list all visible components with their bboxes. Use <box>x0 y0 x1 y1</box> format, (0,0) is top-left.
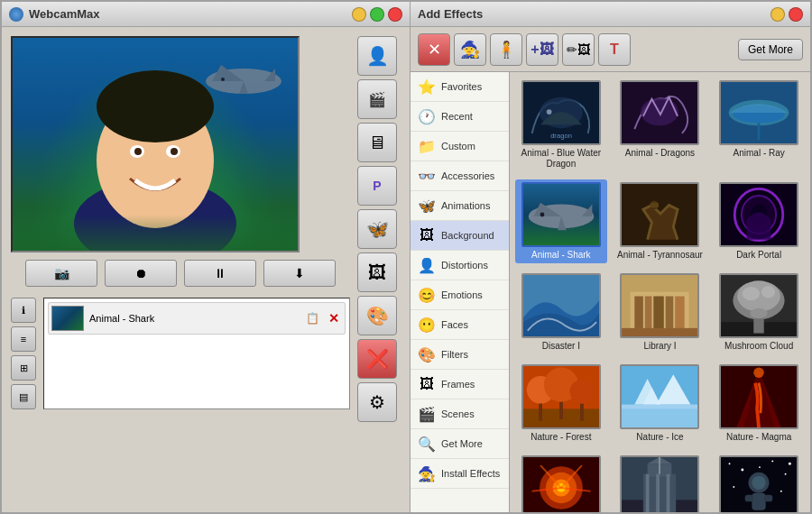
effect-ray[interactable]: Animal - Ray <box>713 78 805 172</box>
minimize-button[interactable] <box>352 7 366 22</box>
effects-minimize-button[interactable] <box>770 7 785 22</box>
record-button[interactable]: ⏺ <box>105 260 177 287</box>
effect-image-tyrannosaur <box>620 182 699 247</box>
text-tool[interactable]: T <box>598 33 631 66</box>
install-icon: 🧙 <box>418 464 436 482</box>
category-getmore[interactable]: 🔍 Get More <box>411 429 509 459</box>
effect-image-dragons <box>620 80 699 145</box>
maximize-button[interactable] <box>370 7 384 22</box>
effect-name-magma: Nature - Magma <box>726 432 791 443</box>
effect-image-dark-portal <box>719 182 798 247</box>
animations-label: Animations <box>441 200 490 211</box>
category-install[interactable]: 🧙 Install Effects <box>411 459 509 489</box>
svg-rect-66 <box>622 408 697 427</box>
getmore-label: Get More <box>441 438 483 449</box>
grid-button[interactable]: ⊞ <box>11 355 36 381</box>
film-button[interactable]: ▤ <box>11 384 36 409</box>
user-tool-button[interactable]: 👤 <box>357 36 397 76</box>
app-icon <box>9 7 23 22</box>
emotions-icon: 😊 <box>418 286 436 304</box>
category-filters[interactable]: 🎨 Filters <box>411 340 509 370</box>
get-more-button[interactable]: Get More <box>738 39 803 60</box>
edit-tool[interactable]: ✏🖼 <box>562 33 595 66</box>
category-distortions[interactable]: 👤 Distortions <box>411 251 509 280</box>
app-container: WebcamMax <box>0 0 812 514</box>
effects-close-button[interactable] <box>789 7 803 22</box>
butterfly-tool-button[interactable]: 🦋 <box>357 209 397 249</box>
category-accessories[interactable]: 👓 Accessories <box>411 161 509 191</box>
seaweed-overlay <box>13 215 298 251</box>
person-tool[interactable]: 🧍 <box>490 33 522 66</box>
frames-icon: 🖼 <box>418 375 436 393</box>
effect-name-shark: Animal - Shark <box>531 250 591 261</box>
effect-magma[interactable]: Nature - Magma <box>713 362 805 445</box>
wizard-tool[interactable]: 🧙 <box>454 33 486 66</box>
effect-image-ray <box>719 80 798 145</box>
effect-image-explosion <box>521 455 601 512</box>
animations-icon: 🦋 <box>418 197 436 215</box>
effect-space[interactable]: Space <box>713 453 805 512</box>
category-recent[interactable]: 🕐 Recent <box>411 102 509 132</box>
effect-blue-water-dragon[interactable]: dragon Animal - Blue Water Dragon <box>515 78 607 172</box>
effect-forest[interactable]: Nature - Forest <box>515 362 607 445</box>
film-tool-button[interactable]: 🎬 <box>357 79 397 119</box>
scenes-label: Scenes <box>441 408 475 419</box>
color-tool-button[interactable]: 🎨 <box>357 296 397 335</box>
effect-name-tyrannosaur: Animal - Tyrannosaur <box>617 250 703 261</box>
effects-window-controls <box>770 7 803 22</box>
effects-content: ⭐ Favorites 🕐 Recent 📁 Custom 👓 Accessor… <box>411 72 810 512</box>
effect-tyrannosaur[interactable]: Animal - Tyrannosaur <box>614 179 706 263</box>
effects-grid-container[interactable]: dragon Animal - Blue Water Dragon <box>510 72 810 512</box>
monitor-tool-button[interactable]: 🖥 <box>357 123 397 162</box>
effect-image-space <box>719 455 798 512</box>
effect-dragons[interactable]: Animal - Dragons <box>614 78 706 172</box>
effect-explosion[interactable]: Explosion <box>515 453 607 512</box>
paint-tool-button[interactable]: P <box>357 166 397 206</box>
list-button[interactable]: ≡ <box>11 326 36 352</box>
settings-tool-button[interactable]: ⚙ <box>357 382 397 422</box>
category-emotions[interactable]: 😊 Emotions <box>411 280 509 310</box>
svg-point-8 <box>97 70 214 142</box>
effect-remove-button[interactable]: ✕ <box>326 310 342 326</box>
svg-point-52 <box>743 287 760 300</box>
category-favorites[interactable]: ⭐ Favorites <box>411 72 509 102</box>
pause-button[interactable]: ⏸ <box>184 260 256 287</box>
category-animations[interactable]: 🦋 Animations <box>411 191 509 221</box>
svg-point-58 <box>569 380 594 404</box>
category-scenes[interactable]: 🎬 Scenes <box>411 399 509 429</box>
category-background[interactable]: 🖼 Background <box>411 221 509 251</box>
favorites-label: Favorites <box>441 81 482 92</box>
left-main-content: 📷 ⏺ ⏸ ⬇ ℹ ≡ ⊞ ▤ Animal - Sh <box>2 27 410 512</box>
svg-text:dragon: dragon <box>550 132 572 140</box>
effect-monument[interactable]: Monument <box>614 453 706 512</box>
camera-button[interactable]: 📷 <box>25 260 97 287</box>
effect-shark[interactable]: Animal - Shark <box>515 179 607 263</box>
info-button[interactable]: ℹ <box>11 298 36 323</box>
faces-label: Faces <box>441 319 468 330</box>
effect-dark-portal[interactable]: Dark Portal <box>713 179 805 263</box>
effect-copy-button[interactable]: 📋 <box>304 310 320 326</box>
effect-ice[interactable]: Nature - Ice <box>614 362 706 445</box>
effect-disaster[interactable]: Disaster I <box>515 271 607 354</box>
effect-name-dark-portal: Dark Portal <box>736 250 781 261</box>
effect-library[interactable]: Library I <box>614 271 706 354</box>
effect-image-blue-water-dragon: dragon <box>521 80 601 145</box>
download-button[interactable]: ⬇ <box>263 260 336 287</box>
svg-point-88 <box>742 469 744 472</box>
effects-close-tool[interactable]: ✕ <box>418 33 450 66</box>
add-tool[interactable]: +🖼 <box>526 33 558 66</box>
category-custom[interactable]: 📁 Custom <box>411 132 509 161</box>
photo-tool-button[interactable]: 🖼 <box>357 252 397 292</box>
svg-point-96 <box>752 476 766 490</box>
effect-mushroom[interactable]: Mushroom Cloud <box>713 271 805 354</box>
remove-tool-button[interactable]: ❌ <box>357 339 397 379</box>
custom-icon: 📁 <box>418 137 436 155</box>
category-faces[interactable]: 😶 Faces <box>411 310 509 340</box>
category-frames[interactable]: 🖼 Frames <box>411 370 509 399</box>
filters-icon: 🎨 <box>418 345 436 363</box>
distortions-label: Distortions <box>441 260 488 271</box>
effect-image-monument <box>620 455 699 512</box>
filters-label: Filters <box>441 349 468 360</box>
left-close-button[interactable] <box>388 7 402 22</box>
svg-rect-40 <box>635 297 644 331</box>
